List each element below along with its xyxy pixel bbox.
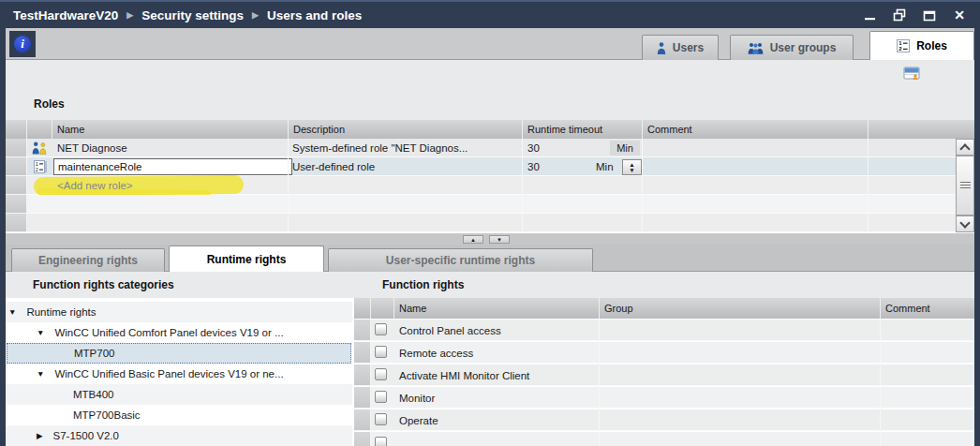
row-marker[interactable] <box>354 387 371 409</box>
tab-user-specific-runtime-rights-label: User-specific runtime rights <box>386 254 535 267</box>
info-button[interactable]: i <box>9 31 36 57</box>
function-right-checkbox[interactable] <box>375 391 387 403</box>
table-row-add-new-role[interactable]: <Add new role> <box>6 176 956 195</box>
window-controls: ✕ <box>862 2 967 28</box>
grip-icon <box>960 182 971 189</box>
breadcrumb-project[interactable]: TestHardwareV20 <box>13 8 118 22</box>
tree-item-mtp700[interactable]: MTP700 <box>7 343 351 364</box>
collapsed-arrow-icon[interactable]: ▶ <box>37 431 43 440</box>
row-marker[interactable] <box>6 139 27 157</box>
fr-header-comment[interactable]: Comment <box>881 298 974 319</box>
tree-item-label: WinCC Unified Basic Panel devices V19 or… <box>54 368 283 379</box>
row-marker[interactable] <box>354 432 371 446</box>
expanded-arrow-icon[interactable]: ▼ <box>37 369 44 379</box>
function-right-row[interactable]: Operate <box>354 409 974 431</box>
role-timeout-value[interactable]: 30 <box>527 157 540 176</box>
roles-header-name[interactable]: Name <box>52 120 289 139</box>
function-right-row[interactable]: Control Panel access <box>354 320 974 341</box>
row-marker[interactable] <box>6 195 27 214</box>
function-right-row[interactable]: Remote access <box>354 342 974 364</box>
function-right-checkbox[interactable] <box>375 368 387 380</box>
categories-panel-title: Function rights categories <box>33 278 174 291</box>
tree-item-wincc-unified-basic[interactable]: ▼ WinCC Unified Basic Panel devices V19 … <box>6 364 352 384</box>
table-row-maintenance-role[interactable]: 1 2 maintenanceRole User-defined role 30… <box>6 157 956 176</box>
row-marker[interactable] <box>354 320 371 341</box>
column-separator <box>880 320 881 446</box>
table-row-net-diagnose[interactable]: NET Diagnose System-defined role "NET Di… <box>6 139 956 157</box>
roles-header-comment[interactable]: Comment <box>643 120 869 139</box>
row-marker[interactable] <box>6 157 27 176</box>
row-marker[interactable] <box>354 409 371 431</box>
roles-header-description[interactable]: Description <box>289 120 523 139</box>
maximize-button[interactable] <box>922 7 937 22</box>
breadcrumb-arrow-icon: ▶ <box>252 10 259 20</box>
tree-item-s7-1500[interactable]: ▶ S7-1500 V2.0 <box>6 425 352 446</box>
table-row-empty[interactable] <box>6 195 956 214</box>
close-button[interactable]: ✕ <box>952 7 967 22</box>
panel-splitter[interactable]: ▲ ▼ <box>6 232 974 245</box>
scrollbar-thumb[interactable] <box>956 156 974 216</box>
tree-item-wincc-unified-comfort[interactable]: ▼ WinCC Unified Comfort Panel devices V1… <box>6 322 352 343</box>
column-separator <box>868 139 869 232</box>
function-right-row[interactable]: Monitor <box>354 387 974 409</box>
row-marker[interactable] <box>6 214 27 232</box>
users-and-roles-editor: TestHardwareV20 ▶ Security settings ▶ Us… <box>0 0 980 446</box>
tree-item-label: MTB400 <box>73 389 113 400</box>
breadcrumb-security-settings[interactable]: Security settings <box>141 8 244 22</box>
column-separator <box>599 320 600 446</box>
roles-header-timeout[interactable]: Runtime timeout <box>523 120 643 139</box>
function-right-name: Control Panel access <box>399 320 501 341</box>
function-right-checkbox[interactable] <box>375 437 387 446</box>
tab-roles[interactable]: 1 2 Roles <box>869 31 974 60</box>
role-description[interactable]: System-defined role "NET Diagnos... <box>292 139 468 157</box>
function-right-row-partial[interactable] <box>354 432 974 446</box>
column-separator <box>288 139 289 232</box>
expanded-arrow-icon[interactable]: ▼ <box>8 307 16 317</box>
tab-roles-label: Roles <box>916 39 947 52</box>
fr-header-checkbox <box>371 298 394 319</box>
expanded-arrow-icon[interactable]: ▼ <box>37 328 44 337</box>
row-marker[interactable] <box>6 176 27 195</box>
breadcrumb-users-and-roles[interactable]: Users and roles <box>267 8 362 22</box>
role-name-edit-field[interactable]: maintenanceRole <box>53 158 292 175</box>
splitter-collapse-down-button[interactable]: ▼ <box>489 235 510 244</box>
function-right-row[interactable]: Activate HMI Monitor Client <box>354 364 974 386</box>
roles-scrollbar[interactable] <box>956 139 974 232</box>
function-right-name: Remote access <box>399 342 473 364</box>
tab-user-groups[interactable]: User groups <box>730 35 854 60</box>
system-role-icon <box>32 141 48 155</box>
spinner-down-icon[interactable]: ▼ <box>629 168 634 173</box>
scroll-down-button[interactable] <box>956 216 974 232</box>
user-icon <box>657 42 666 54</box>
tree-item-mtp700basic[interactable]: MTP700Basic <box>6 405 352 425</box>
tab-engineering-rights[interactable]: Engineering rights <box>11 248 165 272</box>
tree-item-mtb400[interactable]: MTB400 <box>6 384 352 405</box>
scroll-up-button[interactable] <box>956 139 974 156</box>
chevron-up-icon <box>959 143 970 154</box>
user-card-button[interactable] <box>903 66 922 82</box>
function-right-checkbox[interactable] <box>375 346 387 358</box>
fr-header-group[interactable]: Group <box>600 298 881 319</box>
roles-header-icon <box>27 120 52 139</box>
tab-runtime-rights[interactable]: Runtime rights <box>169 245 324 272</box>
role-timeout-value[interactable]: 30 <box>527 139 540 157</box>
tab-user-specific-runtime-rights[interactable]: User-specific runtime rights <box>328 248 593 272</box>
tab-users[interactable]: Users <box>642 35 719 60</box>
add-new-role-cell[interactable]: <Add new role> <box>57 176 133 195</box>
function-right-checkbox[interactable] <box>375 413 387 425</box>
minimize-button[interactable] <box>862 7 877 22</box>
table-row-empty[interactable] <box>6 214 956 232</box>
user-card-icon <box>903 66 922 82</box>
restore-button[interactable] <box>892 7 907 22</box>
timeout-unit-chip: Min <box>610 141 640 156</box>
fr-header-name[interactable]: Name <box>394 298 600 319</box>
row-marker[interactable] <box>354 342 371 364</box>
minimize-icon <box>864 9 876 22</box>
role-name[interactable]: NET Diagnose <box>57 139 127 157</box>
role-description[interactable]: User-defined role <box>292 157 375 176</box>
row-marker[interactable] <box>354 364 371 386</box>
function-right-checkbox[interactable] <box>375 323 387 335</box>
splitter-collapse-up-button[interactable]: ▲ <box>463 235 483 244</box>
tree-item-runtime-rights[interactable]: ▼ Runtime rights <box>6 302 352 322</box>
timeout-spinner[interactable]: ▲ ▼ <box>622 159 642 175</box>
